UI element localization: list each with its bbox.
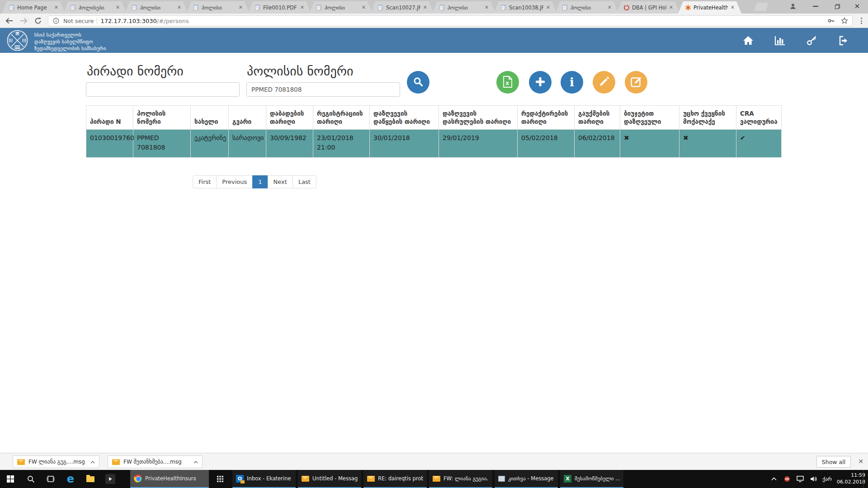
taskbar-app-label: PrivateHealthInsura... (145, 475, 196, 482)
taskbar-message-kitkhva[interactable]: კითხვა - Message ... (495, 470, 558, 488)
tab-close-icon[interactable]: ✕ (423, 5, 428, 10)
excel-file-icon: x (503, 76, 513, 89)
tab-close-icon[interactable]: ✕ (177, 5, 182, 10)
tab-close-icon[interactable]: ✕ (607, 5, 612, 10)
tab-close-icon[interactable]: ✕ (730, 5, 735, 10)
plus-icon (535, 76, 546, 89)
pencil-icon (599, 76, 609, 89)
tab-polisebi[interactable]: პოლისები ✕ (63, 1, 127, 14)
pagination-first[interactable]: First (193, 175, 217, 188)
tab-dba-gpi[interactable]: DBA | GPI Hold ✕ (617, 1, 680, 14)
tab-polisi-3[interactable]: პოლისი ✕ (309, 1, 373, 14)
info-button[interactable]: i (561, 71, 583, 94)
tab-close-icon[interactable]: ✕ (484, 5, 489, 10)
edit-pencil-button[interactable] (593, 71, 615, 94)
close-window-button[interactable]: ✕ (848, 0, 866, 13)
taskbar-app-label: Inbox - Ekaterine O... (247, 475, 292, 482)
pagination-next[interactable]: Next (268, 175, 293, 188)
tab-scan10027-jpg[interactable]: Scan10027.JPG ✕ (371, 1, 434, 14)
taskbar-excel-document[interactable]: X შესამოწმებელი ... (560, 470, 623, 488)
col-policy-number: პოლისის ნომერი (133, 106, 191, 130)
pagination-last[interactable]: Last (292, 175, 316, 188)
tab-close-icon[interactable]: ✕ (115, 5, 120, 10)
file-explorer-icon[interactable] (80, 470, 100, 488)
taskbar-app-label: FW: ლიანა გუგია... (443, 475, 489, 482)
taskbar-message-fw[interactable]: FW: ლიანა გუგია... (429, 470, 492, 488)
key-icon[interactable] (805, 35, 819, 47)
refresh-icon[interactable] (32, 15, 44, 27)
tab-title: პოლისი (202, 5, 236, 11)
tab-polisi-2[interactable]: პოლისი ✕ (186, 1, 250, 14)
show-all-downloads-button[interactable]: Show all (816, 456, 851, 468)
taskbar-chrome-active[interactable]: PrivateHealthInsura... (130, 470, 209, 488)
tab-close-icon[interactable]: ✕ (300, 5, 305, 10)
taskbar-search-icon[interactable] (21, 470, 41, 488)
tab-close-icon[interactable]: ✕ (669, 5, 674, 10)
url-bar[interactable]: Not secure 172.17.7.103:3030/#/persons (48, 15, 853, 26)
bookmark-star-icon[interactable] (840, 17, 849, 25)
tab-file0010-pdf[interactable]: File0010.PDF ✕ (248, 1, 311, 14)
minimize-button[interactable] (807, 0, 825, 13)
bar-chart-icon[interactable] (773, 35, 787, 47)
cell-registration-date: 23/01/2018 21:00 (313, 130, 370, 158)
keyboard-language-indicator[interactable]: ქარ (822, 476, 832, 482)
home-icon[interactable] (741, 35, 755, 47)
tab-close-icon[interactable]: ✕ (546, 5, 551, 10)
download-item-1[interactable]: FW ლიანა გუგ....msg (13, 455, 99, 468)
cell-birth-date: 30/09/1982 (266, 130, 313, 158)
media-app-icon[interactable] (100, 470, 120, 488)
taskbar-message-untitled[interactable]: Untitled - Message ... (298, 470, 361, 488)
taskbar-app-label: Untitled - Message ... (312, 475, 358, 482)
chevron-up-icon[interactable] (193, 459, 198, 465)
personal-number-input[interactable] (86, 82, 240, 97)
taskbar-outlook-inbox[interactable]: O Inbox - Ekaterine O... (232, 470, 296, 488)
taskbar-clock[interactable]: 11:59 06.02.2018 (837, 472, 865, 486)
tab-polisi-1[interactable]: პოლისი ✕ (125, 1, 188, 14)
table-row-selected[interactable]: 01030019760 PPMED 7081808 ეკატერინე სარა… (86, 130, 782, 158)
pagination-page-1[interactable]: 1 (252, 175, 268, 188)
volume-icon[interactable] (809, 475, 817, 483)
download-item-2[interactable]: FW შეთანხმება....msg (108, 455, 203, 468)
tray-expand-chevron-icon[interactable] (770, 475, 778, 483)
pagination: First Previous 1 Next Last (193, 175, 316, 188)
edge-icon[interactable]: e (61, 470, 80, 488)
taskbar-message-re[interactable]: RE: daireqtis proble... (363, 470, 427, 488)
task-view-icon[interactable] (41, 470, 61, 488)
add-button[interactable] (529, 71, 552, 94)
grid-app-icon[interactable] (211, 470, 230, 488)
tray-program-icon[interactable] (783, 475, 791, 483)
show-desktop-button[interactable] (863, 470, 865, 488)
info-icon[interactable] (52, 17, 60, 25)
pagination-previous[interactable]: Previous (216, 175, 253, 188)
browser-menu-icon[interactable] (857, 16, 865, 25)
tab-scan10038-jpg[interactable]: Scan10038.JPG ✕ (494, 1, 557, 14)
tab-private-health-active[interactable]: PrivateHealthIn ✕ (678, 1, 741, 14)
back-icon[interactable] (3, 15, 15, 27)
document-icon (132, 5, 138, 11)
tab-close-icon[interactable]: ✕ (361, 5, 366, 10)
col-cra-valid: CRA ვალიდურია (736, 106, 782, 130)
cell-insurance-end-date: 29/01/2019 (439, 130, 518, 158)
profile-icon[interactable] (784, 0, 802, 13)
start-button[interactable] (0, 470, 21, 488)
chevron-up-icon[interactable] (90, 459, 95, 465)
forward-icon[interactable] (17, 15, 30, 27)
tab-polisi-5[interactable]: პოლისი ✕ (555, 1, 618, 14)
policy-number-input[interactable] (246, 82, 400, 97)
document-icon (193, 5, 199, 11)
tab-home-page[interactable]: Home Page ✕ (2, 1, 65, 14)
close-downloads-bar-icon[interactable]: ✕ (856, 457, 865, 466)
restore-button[interactable] (828, 0, 846, 13)
password-key-icon[interactable] (827, 17, 835, 25)
new-tab-button[interactable] (754, 3, 769, 11)
export-excel-button[interactable]: x (496, 71, 519, 94)
search-button[interactable] (407, 71, 429, 94)
tab-polisi-4[interactable]: პოლისი ✕ (432, 1, 495, 14)
network-icon[interactable] (796, 475, 804, 483)
tab-close-icon[interactable]: ✕ (238, 5, 243, 10)
url-text[interactable]: 172.17.7.103:3030/#/persons (100, 18, 824, 24)
edit-record-button[interactable] (625, 71, 647, 94)
tab-close-icon[interactable]: ✕ (54, 5, 59, 10)
logout-icon[interactable] (837, 35, 851, 47)
col-personal-n: პირადი N (86, 106, 133, 130)
